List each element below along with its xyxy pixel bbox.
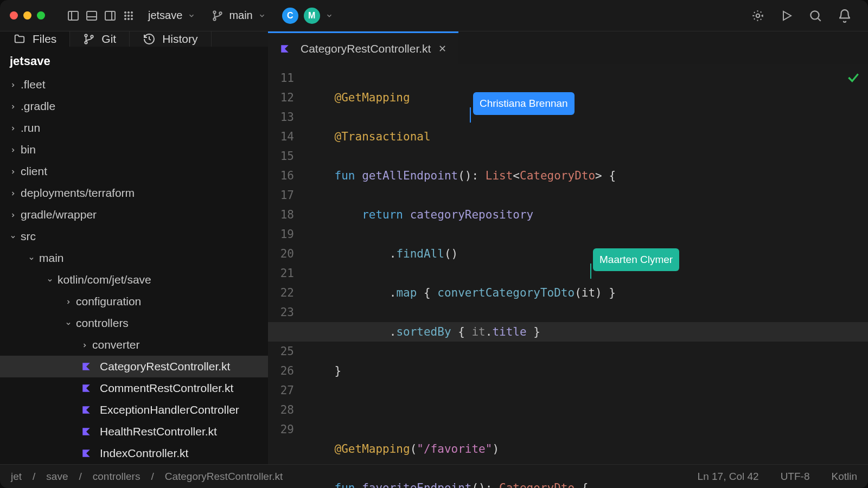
editor-tab-close-icon[interactable]: ✕ bbox=[438, 43, 446, 55]
editor-tabs: CategoryRestController.kt ✕ bbox=[268, 31, 868, 64]
editor: CategoryRestController.kt ✕ 111213141516… bbox=[268, 31, 868, 464]
line-number: 19 bbox=[268, 224, 294, 244]
tree-label: configuration bbox=[76, 295, 141, 308]
chevron-icon bbox=[65, 295, 71, 308]
chevron-icon bbox=[10, 165, 15, 178]
tree-label: CategoryRestController.kt bbox=[100, 360, 230, 373]
tree-label: converter bbox=[92, 338, 140, 351]
tree-folder[interactable]: bin bbox=[0, 139, 268, 160]
tree-folder[interactable]: src bbox=[0, 226, 268, 247]
chevron-icon bbox=[81, 338, 87, 351]
window-close-button[interactable] bbox=[10, 11, 18, 20]
chevron-down-icon bbox=[326, 12, 333, 20]
tree-folder[interactable]: converter bbox=[0, 334, 268, 356]
breadcrumb-segment[interactable]: CategoryRestController.kt bbox=[165, 471, 283, 483]
panel-left-icon[interactable] bbox=[67, 9, 80, 22]
tree-label: controllers bbox=[76, 317, 129, 330]
tree-folder[interactable]: configuration bbox=[0, 291, 268, 312]
line-number: 26 bbox=[268, 361, 294, 381]
sidebar-tab-files[interactable]: Files bbox=[0, 31, 70, 47]
window-controls bbox=[10, 11, 45, 20]
search-icon[interactable] bbox=[808, 9, 822, 23]
line-number: 15 bbox=[268, 146, 294, 166]
kotlin-file-icon bbox=[81, 427, 91, 436]
tree-folder[interactable]: kotlin/com/jet/save bbox=[0, 269, 268, 291]
breadcrumb-segment[interactable]: jet bbox=[11, 471, 22, 483]
branch-switcher[interactable]: main bbox=[208, 7, 269, 24]
breadcrumb-segment[interactable]: controllers bbox=[93, 471, 141, 483]
line-number: 22 bbox=[268, 283, 294, 303]
tree-folder[interactable]: .fleet bbox=[0, 74, 268, 95]
code-area[interactable]: 11121314151617181920212223242526272829 @… bbox=[268, 64, 868, 464]
sidebar-tab-git[interactable]: Git bbox=[70, 31, 130, 47]
grid-menu-icon[interactable] bbox=[122, 9, 135, 22]
tree-file[interactable]: IndexController.kt bbox=[0, 442, 268, 464]
line-number: 23 bbox=[268, 303, 294, 322]
kotlin-file-icon bbox=[81, 405, 91, 415]
tree-label: ExceptionHandlerController bbox=[100, 403, 239, 416]
project-switcher[interactable]: jetsave bbox=[145, 7, 199, 24]
project-root-label[interactable]: jetsave bbox=[0, 47, 268, 72]
breadcrumb-segment[interactable]: save bbox=[46, 471, 68, 483]
panel-bottom-icon[interactable] bbox=[85, 9, 98, 22]
line-number: 18 bbox=[268, 205, 294, 224]
chevron-down-icon bbox=[188, 12, 195, 20]
line-number: 12 bbox=[268, 88, 294, 107]
chevron-icon bbox=[28, 252, 34, 265]
sidebar-tab-history[interactable]: History bbox=[130, 31, 211, 47]
chevron-icon bbox=[10, 121, 15, 134]
tree-file[interactable]: ExceptionHandlerController bbox=[0, 399, 268, 421]
tree-label: .run bbox=[21, 121, 40, 134]
tree-file[interactable]: CommentRestController.kt bbox=[0, 377, 268, 399]
svg-point-23 bbox=[85, 41, 87, 43]
chevron-icon bbox=[10, 187, 15, 200]
run-icon[interactable] bbox=[780, 9, 793, 22]
history-icon bbox=[143, 33, 156, 46]
tree-folder[interactable]: main bbox=[0, 247, 268, 269]
collaborators-switcher[interactable]: C M bbox=[279, 5, 336, 26]
folder-icon bbox=[13, 33, 26, 45]
tree-label: .fleet bbox=[21, 78, 46, 91]
chevron-icon bbox=[10, 230, 15, 243]
sidebar-tab-label: Files bbox=[33, 33, 56, 46]
branch-name-label: main bbox=[229, 9, 252, 22]
presence-cursor bbox=[470, 107, 471, 123]
tree-file[interactable]: HealthRestController.kt bbox=[0, 421, 268, 442]
window-maximize-button[interactable] bbox=[37, 11, 45, 20]
code-text[interactable]: @GetMapping @Transactional fun getAllEnd… bbox=[307, 68, 868, 488]
editor-tab[interactable]: CategoryRestController.kt ✕ bbox=[268, 31, 458, 64]
svg-point-13 bbox=[127, 18, 129, 20]
sidebar-tabs: Files Git History bbox=[0, 31, 268, 47]
tree-folder[interactable]: deployments/terraform bbox=[0, 182, 268, 204]
svg-point-18 bbox=[756, 14, 760, 17]
notifications-icon[interactable] bbox=[838, 9, 852, 23]
tree-label: src bbox=[21, 230, 36, 243]
tree-folder[interactable]: gradle/wrapper bbox=[0, 204, 268, 226]
presence-label: Maarten Clymer bbox=[593, 248, 679, 271]
tree-label: gradle/wrapper bbox=[21, 208, 97, 221]
svg-point-19 bbox=[753, 11, 762, 20]
tree-folder[interactable]: .run bbox=[0, 117, 268, 139]
collaborator-avatar: C bbox=[282, 8, 298, 24]
kotlin-file-icon bbox=[81, 362, 91, 371]
code-with-me-icon[interactable] bbox=[751, 9, 765, 23]
svg-point-17 bbox=[220, 12, 222, 14]
tree-folder[interactable]: .gradle bbox=[0, 95, 268, 117]
titlebar: jetsave main C M bbox=[0, 0, 868, 31]
collaborator-avatar: M bbox=[304, 8, 320, 24]
titlebar-actions bbox=[751, 9, 858, 23]
svg-rect-0 bbox=[68, 11, 78, 20]
panel-right-icon[interactable] bbox=[104, 9, 117, 22]
line-number: 28 bbox=[268, 400, 294, 420]
svg-point-24 bbox=[91, 35, 93, 37]
tree-label: CommentRestController.kt bbox=[100, 382, 233, 395]
tree-folder[interactable]: client bbox=[0, 160, 268, 182]
window-minimize-button[interactable] bbox=[23, 11, 31, 20]
chevron-icon bbox=[10, 143, 15, 156]
tree-folder[interactable]: controllers bbox=[0, 312, 268, 334]
file-tree: .fleet.gradle.runbinclientdeployments/te… bbox=[0, 72, 268, 464]
svg-point-16 bbox=[214, 18, 216, 20]
tree-file[interactable]: CategoryRestController.kt bbox=[0, 356, 268, 377]
tree-label: kotlin/com/jet/save bbox=[58, 273, 151, 286]
line-number: 13 bbox=[268, 107, 294, 127]
